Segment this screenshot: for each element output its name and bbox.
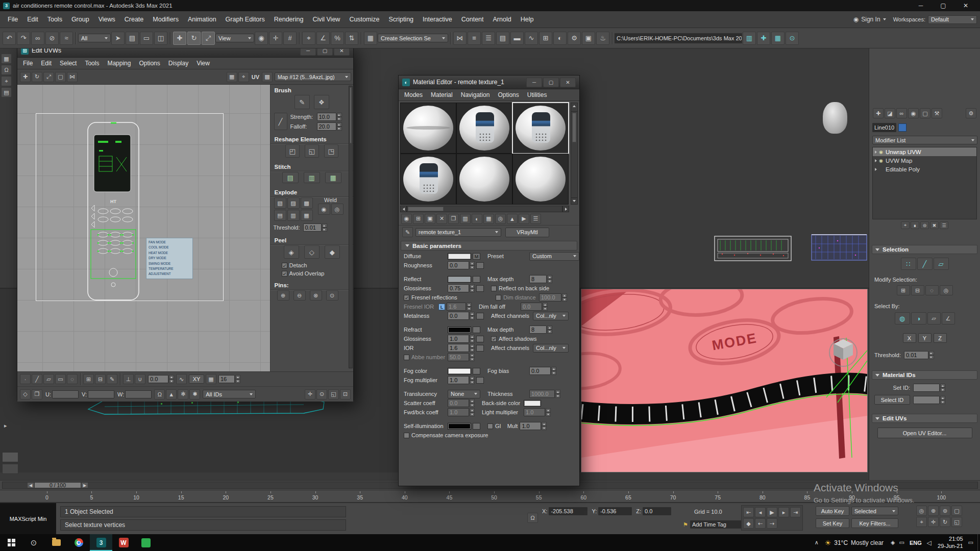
material-menu-item[interactable]: Navigation (457, 91, 494, 98)
abbe-checkbox[interactable] (404, 355, 409, 360)
modifier-list-dropdown[interactable]: Modifier List (872, 136, 977, 144)
sample-slot-6[interactable] (512, 154, 569, 205)
key-mode-toggle-icon[interactable]: ◆ (743, 518, 754, 529)
copy-value-icon[interactable]: ❐ (32, 389, 42, 399)
window-crossing-icon[interactable]: ◫ (154, 32, 167, 45)
uvw-menu-item[interactable]: File (19, 60, 37, 67)
put-to-library-icon[interactable]: ▥ (460, 214, 471, 224)
material-menu-item[interactable]: Options (494, 91, 523, 98)
menubar-item[interactable]: File (3, 16, 22, 23)
brush-section-title[interactable]: Brush (271, 85, 354, 94)
go-to-start-icon[interactable]: ⇤ (743, 507, 754, 517)
planar-angle-icon[interactable]: ▱ (927, 312, 941, 324)
uvw-menu-item[interactable]: Options (135, 60, 164, 67)
basic-parameters-rollout[interactable]: Basic parameters (401, 241, 577, 251)
named-selection-sets-icon[interactable]: ▦ (364, 32, 377, 45)
vertex-mode-icon[interactable]: ∷ (901, 258, 916, 270)
layer-explorer-icon[interactable]: ▤ (496, 32, 509, 45)
align-to-edge-icon[interactable]: ◱ (305, 144, 319, 158)
show-end-result-icon[interactable]: ◎ (495, 214, 506, 224)
modifier-uvw-map[interactable]: ◉UVW Map (873, 156, 976, 165)
next-key-icon[interactable]: ⇢ (767, 518, 777, 529)
angle-snap-icon[interactable]: ∠ (316, 32, 330, 45)
help-search-icon[interactable]: ⊙ (786, 32, 799, 45)
self-illumination-map-button[interactable] (473, 423, 480, 430)
v-field[interactable] (88, 390, 114, 398)
motion-tab-icon[interactable]: ◉ (908, 108, 919, 118)
snap-strip-icon[interactable]: ⌖ (1, 76, 12, 86)
folder-icon[interactable]: ▥ (743, 32, 756, 45)
show-map-in-viewport-icon[interactable]: ▦ (483, 214, 494, 224)
uv-snap-icon[interactable]: ⌖ (238, 72, 249, 82)
weld-selected-icon[interactable]: ◉ (318, 204, 330, 215)
flatten-by-smoothing-icon[interactable]: ▤ (274, 210, 286, 221)
self-illumination-swatch[interactable] (448, 423, 471, 430)
reshape-section-title[interactable]: Reshape Elements (271, 134, 354, 143)
utilities-tab-icon[interactable]: ⚒ (932, 108, 942, 118)
menubar-item[interactable]: Animation (183, 16, 221, 23)
uvw-map-dropdown[interactable]: Map #12 (5...9AxzL.jpg) (275, 72, 351, 81)
absolute-mode-icon[interactable]: ◇ (20, 389, 31, 399)
object-color-swatch[interactable] (898, 123, 906, 132)
asset-library-icon[interactable]: ▦ (771, 32, 785, 45)
relax-brush-icon[interactable]: ❖ (314, 95, 329, 109)
break-by-face-icon[interactable]: ▩ (301, 197, 313, 209)
close-button[interactable]: ✕ (954, 0, 977, 11)
fog-bias-field[interactable]: 0.0 (529, 367, 551, 375)
uvw-panel-scrollbar[interactable] (349, 86, 353, 368)
spinner-snap-icon[interactable]: ⇅ (345, 32, 358, 45)
auto-key-button[interactable]: Auto Key (816, 506, 849, 516)
material-type-button[interactable]: VRayMtl (505, 228, 549, 237)
selection-lock-toggle-icon[interactable]: Ω (527, 513, 538, 523)
messenger-app-icon[interactable] (135, 534, 157, 551)
detach-checkbox[interactable]: ✓ (282, 263, 287, 268)
falloff-space-icon[interactable]: ▦ (206, 374, 216, 384)
previous-key-icon[interactable]: ⇠ (755, 518, 766, 529)
rectangular-selection-icon[interactable]: ▭ (140, 32, 153, 45)
menubar-item[interactable]: Customize (345, 16, 384, 23)
light-multiplier-field[interactable]: 1.0 (524, 408, 545, 416)
undo-icon[interactable]: ↶ (3, 32, 16, 45)
menubar-item[interactable]: Content (457, 16, 488, 23)
shrink-uv-selection-icon[interactable]: ⊟ (95, 374, 106, 384)
scale-uv-icon[interactable]: ⤢ (43, 72, 54, 82)
maxscript-mini-listener[interactable]: MAXScript Min (0, 503, 56, 534)
dim-distance-checkbox[interactable] (496, 295, 501, 300)
zoom-extents-viewport-icon[interactable]: ▢ (951, 506, 962, 516)
ribbon-icon[interactable]: ▬ (510, 32, 524, 45)
quick-peel-icon[interactable]: ◈ (284, 245, 299, 259)
viewport-layout-tabs[interactable] (2, 452, 19, 474)
absolute-typein-icon[interactable]: ⊥ (123, 374, 134, 384)
uv-canvas[interactable]: HT FAN MODECOOL MODEHEAT MODEDRY MODESWI… (17, 85, 270, 371)
menubar-item[interactable]: Modifiers (148, 16, 183, 23)
loop-icon[interactable]: ◌ (925, 285, 939, 295)
uvw-menu-item[interactable]: Edit (37, 60, 56, 67)
new-scene-icon[interactable]: ✚ (757, 32, 770, 45)
dim-distance-field[interactable]: 100.0 (539, 293, 561, 302)
translucency-dropdown[interactable]: None (448, 390, 480, 398)
key-mode-dropdown[interactable]: Selected (851, 507, 898, 515)
menubar-item[interactable]: Help (516, 16, 538, 23)
contract-selection-icon[interactable]: ⊟ (911, 285, 924, 295)
time-slider-handle[interactable]: 0 / 100 (34, 482, 81, 488)
curve-editor-icon[interactable]: ∿ (525, 32, 538, 45)
hide-selected-icon[interactable]: ▲ (166, 389, 177, 399)
create-tab-icon[interactable]: ✚ (873, 108, 884, 118)
xy-space-button[interactable]: XY (189, 374, 204, 384)
element-toggle-icon[interactable]: ▭ (55, 374, 66, 384)
select-and-move-icon[interactable]: ✚ (173, 32, 186, 45)
refract-glossiness-field[interactable]: 1.0 (448, 335, 469, 343)
unpin-all-icon[interactable]: ⊙ (326, 290, 338, 300)
peel-section-title[interactable]: Peel (271, 235, 354, 244)
menubar-item[interactable]: Views (94, 16, 120, 23)
roughness-map-button[interactable] (476, 262, 484, 269)
diffuse-map-button[interactable]: M (473, 253, 480, 260)
ior-field[interactable]: 1.6 (448, 344, 469, 352)
fog-multiplier-field[interactable]: 1.0 (448, 376, 469, 384)
sample-slot-5[interactable] (456, 154, 512, 205)
edge-angle-icon[interactable]: ∠ (942, 312, 955, 324)
sample-slot-2[interactable] (456, 103, 512, 154)
layers-strip-icon[interactable]: ▤ (1, 87, 12, 97)
avoid-overlap-checkbox[interactable]: ✓ (282, 271, 287, 277)
weather-widget[interactable]: ☀ 31°C Mostly clear (825, 539, 884, 547)
